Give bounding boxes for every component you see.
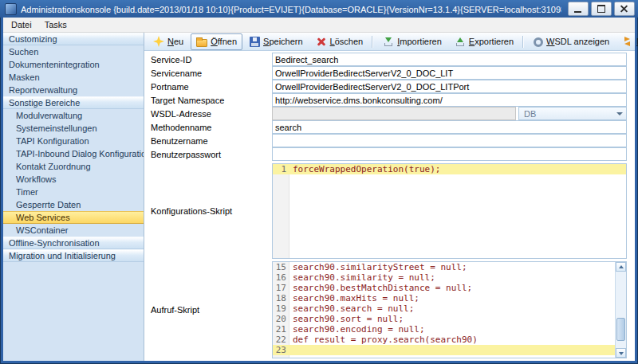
menu-item[interactable]: Tasks <box>38 18 73 31</box>
scrollbar-thumb[interactable] <box>616 318 625 341</box>
mapping-icon <box>622 36 633 47</box>
toolbar-button[interactable]: Importieren <box>377 33 447 50</box>
text-field[interactable] <box>272 80 627 93</box>
field-label: Portname <box>144 82 272 92</box>
code-text: def result = proxy.search(search90) <box>289 335 616 345</box>
sidebar-item-label: Systemeinstellungen <box>16 123 97 133</box>
delete-icon <box>316 36 327 47</box>
toolbar-button[interactable]: Mapping <box>616 33 638 50</box>
code-text: search90.similarity = null; <box>289 272 616 283</box>
toolbar-button-label: Importieren <box>397 37 442 46</box>
text-field[interactable] <box>272 134 627 147</box>
sidebar-item[interactable]: TAPI-Inbound Dialog Konfiguration <box>3 147 144 160</box>
minimize-icon <box>574 11 581 13</box>
form-rows: Service-ID Servicename <box>144 53 635 161</box>
sidebar-item[interactable]: Dokumentenintegration <box>3 58 144 71</box>
toolbar-button[interactable]: Löschen <box>310 33 369 50</box>
sidebar-item-label: Gesperrte Daten <box>16 200 81 209</box>
titlebar: Administrationskonsole {build.date=2013/… <box>0 0 638 18</box>
field-label: Servicename <box>144 68 272 78</box>
code-text <box>289 345 616 355</box>
sidebar-item[interactable]: WSContainer <box>3 224 144 237</box>
form-row: Portname <box>144 80 635 93</box>
toolbar-button[interactable]: Speichern <box>244 33 309 50</box>
app-icon <box>5 3 17 15</box>
sidebar-item[interactable]: Timer <box>3 186 144 198</box>
text-field[interactable] <box>272 53 627 66</box>
config-script-block: Konfigurations-Skript 1 forceWrappedOper… <box>144 163 635 259</box>
field-label: Service-ID <box>144 55 272 65</box>
field-label: WSDL-Adresse <box>144 109 272 119</box>
field-label: Konfigurations-Skript <box>144 206 272 216</box>
line-number: 17 <box>273 283 289 293</box>
import-icon <box>383 36 394 47</box>
toolbar-button[interactable]: WSDL anzeigen <box>528 33 615 50</box>
call-script-editor[interactable]: 15 search90.similarityStreet = null; 16 … <box>272 261 627 358</box>
field-label: Benutzername <box>144 136 272 146</box>
sidebar-item[interactable]: Modulverwaltung <box>3 109 144 122</box>
code-text: search90.sort = null; <box>289 314 616 324</box>
sidebar-item[interactable]: Suchen <box>3 45 144 58</box>
source-combobox[interactable]: DB <box>518 107 627 120</box>
code-line: 23 <box>273 345 616 355</box>
maximize-button[interactable] <box>591 2 612 16</box>
sidebar-item-label: Suchen <box>9 47 38 57</box>
toolbar-button[interactable]: Neu <box>148 33 189 50</box>
code-line: 19 search90.search = null; <box>273 303 616 314</box>
save-icon <box>250 37 260 47</box>
text-field[interactable] <box>272 147 627 161</box>
sidebar-item-label: Reportverwaltung <box>9 85 77 95</box>
sidebar-item-label: Sonstige Bereiche <box>9 98 80 108</box>
toolbar-button[interactable]: Exportieren <box>449 33 519 50</box>
text-field[interactable] <box>272 120 627 134</box>
field-label: Aufruf-Skript <box>144 305 272 315</box>
sidebar-item[interactable]: Migration und Initialisierung <box>3 249 144 262</box>
form-row: Service-ID <box>144 53 635 66</box>
form-row: Benutzerpasswort <box>144 147 635 161</box>
line-number: 21 <box>273 324 289 335</box>
sidebar-item[interactable]: Gesperrte Daten <box>3 198 144 211</box>
code-text: search90.encoding = null; <box>289 324 616 335</box>
field-label: Target Namespace <box>144 96 272 105</box>
form-row: Methodenname <box>144 120 635 134</box>
sidebar-item[interactable]: Systemeinstellungen <box>3 122 144 135</box>
scroll-down-icon[interactable] <box>616 348 626 358</box>
minimize-button[interactable] <box>568 2 589 16</box>
line-number: 19 <box>273 303 289 314</box>
text-field[interactable] <box>272 66 627 80</box>
text-field[interactable] <box>272 93 627 107</box>
sidebar-item-label: Migration und Initialisierung <box>9 251 116 260</box>
sidebar-item-label: Timer <box>16 187 38 197</box>
text-field[interactable] <box>272 107 516 120</box>
vertical-scrollbar[interactable] <box>615 262 626 358</box>
sidebar-item[interactable]: Offline-Synchronisation <box>3 237 144 249</box>
window-controls <box>565 2 638 16</box>
sidebar-item[interactable]: Customizing <box>3 33 144 45</box>
sidebar-item[interactable]: Kontakt Zuordnung <box>3 160 144 173</box>
close-button[interactable] <box>614 2 635 16</box>
line-number: 20 <box>273 314 289 324</box>
export-icon <box>455 36 466 47</box>
sidebar-item[interactable]: TAPI Konfiguration <box>3 135 144 147</box>
sidebar-item-label: TAPI Konfiguration <box>16 136 89 146</box>
sidebar-item-label: Customizing <box>9 34 57 44</box>
menubar: Datei Tasks <box>3 18 635 33</box>
form-row: Benutzername <box>144 134 635 147</box>
config-script-editor[interactable]: 1 forceWrappedOperation(true); <box>272 163 627 259</box>
line-number: 15 <box>273 262 289 272</box>
scroll-up-icon[interactable] <box>616 262 626 272</box>
toolbar-button[interactable]: Öffnen <box>191 33 242 50</box>
menu-item[interactable]: Datei <box>5 18 38 31</box>
sidebar-item[interactable]: Workflows <box>3 173 144 186</box>
chevron-down-icon <box>616 112 623 115</box>
field-label: Benutzerpasswort <box>144 150 272 159</box>
sidebar-item[interactable]: Web Services <box>3 211 144 224</box>
sidebar-item[interactable]: Reportverwaltung <box>3 84 144 96</box>
toolbar-button-label: Exportieren <box>469 37 514 46</box>
toolbar-button-label: Neu <box>167 37 183 46</box>
line-number: 18 <box>273 293 289 303</box>
call-script-block: Aufruf-Skript 15 search90.similarityStre… <box>144 261 635 358</box>
sidebar-item[interactable]: Sonstige Bereiche <box>3 96 144 109</box>
sidebar-item[interactable]: Masken <box>3 71 144 84</box>
code-line: 21 search90.encoding = null; <box>273 324 616 335</box>
